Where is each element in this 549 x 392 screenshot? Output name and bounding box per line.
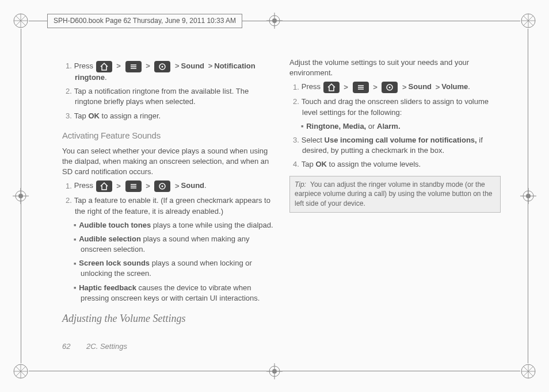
- path-label: Sound: [181, 62, 204, 70]
- step-text: to assign the volume levels.: [327, 160, 421, 168]
- step-text: Touch and drag the onscreen sliders to a…: [302, 97, 489, 116]
- feature-desc: plays a tone while using the dialpad.: [151, 221, 273, 229]
- page-number: 62: [62, 342, 70, 351]
- menu-icon: [125, 180, 142, 192]
- page-footer: 62 2C. Settings: [62, 341, 127, 352]
- step-text: Press: [74, 182, 96, 190]
- crop-dial-icon: [520, 13, 536, 29]
- ui-label: Use incoming call volume for notificatio…: [325, 136, 477, 144]
- settings-icon: [382, 82, 398, 93]
- bullet-item: Audible selection plays a sound when mak…: [81, 234, 273, 255]
- svg-point-40: [162, 66, 163, 68]
- crop-dial-icon: [13, 363, 29, 379]
- crop-line: [29, 371, 520, 371]
- path-label: Sound: [181, 182, 204, 190]
- registration-mark-icon: [520, 188, 536, 204]
- step-text: or: [366, 122, 377, 130]
- step: 3.Select Use incoming call volume for no…: [302, 135, 501, 156]
- step-text: Press: [302, 83, 323, 91]
- ui-label: OK: [315, 160, 327, 168]
- tip-label: Tip:: [295, 180, 306, 189]
- tip-box: Tip: You can adjust the ringer volume in…: [289, 176, 501, 213]
- feature-name: Audible touch tones: [79, 221, 151, 229]
- path-label: Volume: [441, 83, 468, 91]
- svg-point-45: [162, 186, 163, 187]
- step: 2.Tap a feature to enable it. (If a gree…: [75, 195, 273, 216]
- home-icon: [96, 180, 112, 192]
- section-heading: Adjusting the Volume Settings: [62, 312, 273, 326]
- step-text: to assign a ringer.: [100, 112, 161, 120]
- path-label: Sound: [409, 83, 432, 91]
- paragraph: You can select whether your device plays…: [62, 146, 273, 178]
- home-icon: [96, 61, 112, 72]
- bullet-item: Ringtone, Media, or Alarm.: [308, 121, 501, 132]
- step: 3.Tap OK to assign a ringer.: [75, 111, 273, 121]
- menu-icon: [353, 82, 369, 93]
- feature-name: Alarm.: [377, 122, 400, 130]
- bullet-item: Audible touch tones plays a tone while u…: [81, 220, 273, 230]
- step: 4.Tap OK to assign the volume levels.: [302, 159, 501, 170]
- crop-dial-icon: [13, 13, 29, 29]
- feature-name: Ringtone, Media,: [306, 122, 366, 130]
- feature-name: Audible selection: [79, 235, 141, 243]
- feature-name: Screen lock sounds: [79, 259, 150, 267]
- crop-dial-icon: [520, 363, 536, 379]
- step: 1.Press > > >Sound >Volume.: [302, 82, 501, 93]
- bullet-item: Screen lock sounds plays a sound when lo…: [81, 258, 273, 279]
- step-text: Tap a feature to enable it. (If a green …: [74, 196, 270, 215]
- page-header-box: SPH-D600.book Page 62 Thursday, June 9, …: [47, 14, 242, 28]
- feature-name: Haptic feedback: [79, 283, 136, 292]
- crop-line: [528, 29, 528, 363]
- step: 1.Press > > >Sound.: [75, 180, 273, 192]
- registration-mark-icon: [266, 363, 283, 379]
- section-label: 2C. Settings: [86, 342, 127, 351]
- ui-label: OK: [88, 112, 100, 120]
- home-icon: [323, 82, 340, 93]
- step: 1.Press > > >Sound >Notification rington…: [75, 61, 273, 83]
- menu-icon: [125, 61, 142, 72]
- crop-line: [21, 29, 21, 363]
- step-text: Tap a notification ringtone from the ava…: [74, 87, 249, 106]
- page-body: 1.Press > > >Sound >Notification rington…: [62, 57, 501, 333]
- bullet-item: Haptic feedback causes the device to vib…: [81, 283, 273, 303]
- settings-icon: [154, 180, 170, 192]
- step: 2.Tap a notification ringtone from the a…: [75, 86, 273, 107]
- step: 2.Touch and drag the onscreen sliders to…: [302, 97, 501, 117]
- paragraph: Adjust the volume settings to suit your …: [289, 57, 501, 78]
- step-text: Tap: [302, 160, 316, 168]
- step-text: Select: [302, 136, 325, 144]
- step-text: Press: [74, 62, 96, 70]
- settings-icon: [154, 61, 170, 72]
- svg-point-50: [389, 87, 391, 89]
- section-subhead: Activating Feature Sounds: [62, 129, 273, 141]
- step-text: Tap: [74, 112, 89, 120]
- tip-body: You can adjust the ringer volume in stan…: [295, 180, 493, 208]
